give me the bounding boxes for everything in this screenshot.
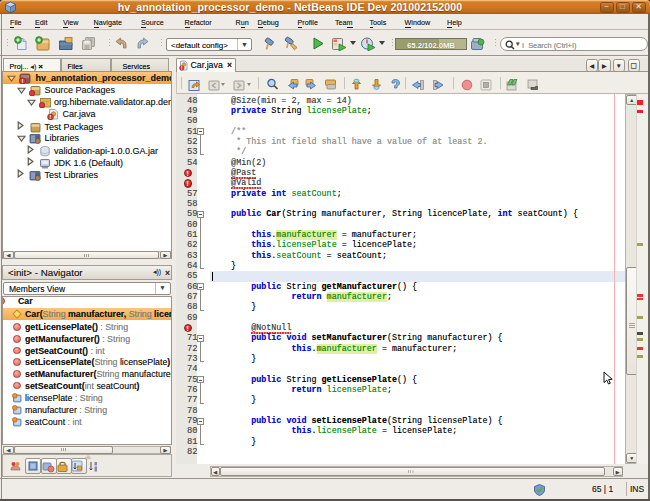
svg-text:!: ! xyxy=(50,114,52,120)
svg-text:!: ! xyxy=(22,78,24,84)
